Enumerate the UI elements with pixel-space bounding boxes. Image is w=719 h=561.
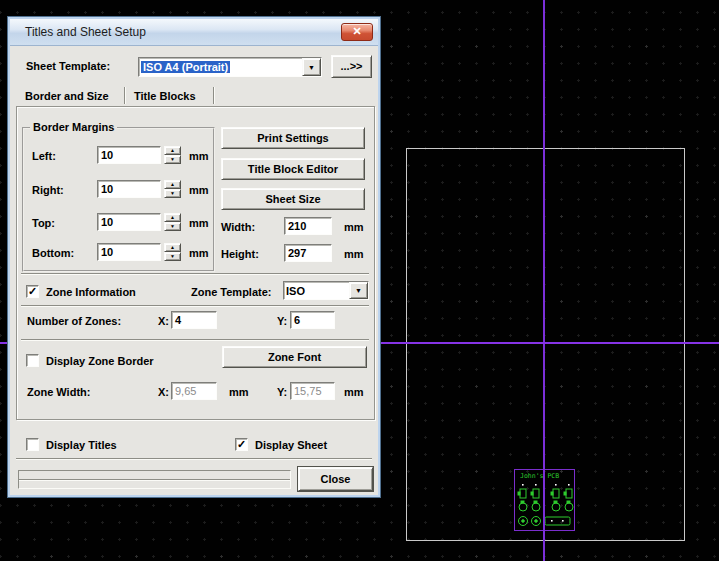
margin-right-label: Right: bbox=[32, 184, 64, 197]
pcb-board-label: John's PCB bbox=[520, 472, 559, 480]
arrow-down-icon: ▼ bbox=[170, 224, 175, 229]
check-icon: ✓ bbox=[237, 438, 246, 450]
margin-left-unit: mm bbox=[189, 150, 209, 163]
margin-left-spinner: ▲ ▼ bbox=[164, 146, 181, 164]
zone-width-x-unit: mm bbox=[229, 386, 249, 399]
sheet-template-value: ISO A4 (Portrait) bbox=[139, 58, 302, 76]
zone-template-combobox[interactable]: ISO ▼ bbox=[283, 281, 369, 300]
zone-width-x-input: 9,65 bbox=[171, 382, 217, 400]
zone-width-label: Zone Width: bbox=[27, 386, 90, 399]
height-input[interactable]: 297 bbox=[284, 244, 332, 262]
sheet-template-combobox[interactable]: ISO A4 (Portrait) ▼ bbox=[138, 57, 322, 77]
margin-bottom-input[interactable]: 10 bbox=[97, 243, 161, 261]
zones-y-label: Y: bbox=[277, 315, 287, 328]
arrow-up-icon: ▲ bbox=[170, 182, 175, 187]
zones-y-input[interactable]: 6 bbox=[290, 311, 335, 329]
margin-left-input[interactable]: 10 bbox=[97, 146, 161, 164]
height-label: Height: bbox=[221, 248, 259, 261]
margin-bottom-unit: mm bbox=[189, 247, 209, 260]
check-icon: ✓ bbox=[28, 285, 37, 297]
close-button[interactable]: ✕ bbox=[341, 23, 373, 41]
sheet-template-label: Sheet Template: bbox=[26, 60, 110, 73]
margin-top-label: Top: bbox=[32, 217, 55, 230]
title-block-editor-button[interactable]: Title Block Editor bbox=[221, 158, 365, 180]
pcb-components bbox=[518, 489, 573, 526]
separator bbox=[21, 339, 369, 341]
dialog-body: Sheet Template: ISO A4 (Portrait) ▼ ...>… bbox=[10, 46, 378, 494]
tab-divider bbox=[124, 87, 126, 104]
zone-template-value: ISO bbox=[284, 282, 349, 299]
print-settings-button[interactable]: Print Settings bbox=[221, 127, 365, 149]
margin-top-spinner: ▲ ▼ bbox=[164, 213, 181, 231]
zone-width-y-label: Y: bbox=[277, 386, 287, 399]
height-unit: mm bbox=[344, 248, 364, 261]
close-icon: ✕ bbox=[352, 25, 361, 37]
titles-sheet-setup-dialog: Titles and Sheet Setup ✕ Sheet Template:… bbox=[8, 17, 380, 497]
zones-x-input[interactable]: 4 bbox=[171, 311, 217, 329]
width-label: Width: bbox=[221, 221, 255, 234]
dialog-titlebar[interactable]: Titles and Sheet Setup ✕ bbox=[10, 19, 378, 46]
close-dialog-button[interactable]: Close bbox=[298, 467, 373, 491]
sheet-template-dropdown-button[interactable]: ▼ bbox=[302, 58, 321, 76]
arrow-up-icon: ▲ bbox=[170, 215, 175, 220]
arrow-down-icon: ▼ bbox=[170, 254, 175, 259]
status-strip-groove bbox=[19, 479, 290, 481]
arrow-down-icon: ▼ bbox=[170, 191, 175, 196]
tab-divider bbox=[213, 87, 215, 104]
zone-information-checkbox[interactable]: ✓ bbox=[26, 285, 39, 298]
arrow-up-icon: ▲ bbox=[170, 148, 175, 153]
zone-width-x-label: X: bbox=[158, 386, 169, 399]
spin-down-button[interactable]: ▼ bbox=[164, 222, 181, 231]
width-unit: mm bbox=[344, 221, 364, 234]
zone-information-label: Zone Information bbox=[46, 286, 136, 299]
margin-bottom-label: Bottom: bbox=[32, 247, 74, 260]
separator bbox=[16, 458, 372, 460]
margin-left-label: Left: bbox=[32, 150, 56, 163]
sheet-size-button[interactable]: Sheet Size bbox=[221, 188, 365, 210]
border-margins-group-title: Border Margins bbox=[30, 121, 117, 133]
crosshair-vertical-line bbox=[543, 0, 545, 561]
status-strip bbox=[18, 470, 291, 489]
zone-width-y-input: 15,75 bbox=[290, 382, 335, 400]
spin-down-button[interactable]: ▼ bbox=[164, 189, 181, 198]
zone-template-dropdown-button[interactable]: ▼ bbox=[349, 282, 368, 299]
display-sheet-checkbox[interactable]: ✓ bbox=[235, 438, 248, 451]
spin-up-button[interactable]: ▲ bbox=[164, 180, 181, 189]
margin-top-unit: mm bbox=[189, 217, 209, 230]
display-titles-label: Display Titles bbox=[46, 439, 117, 452]
zone-font-button[interactable]: Zone Font bbox=[222, 346, 367, 368]
margin-right-unit: mm bbox=[189, 184, 209, 197]
number-of-zones-label: Number of Zones: bbox=[27, 315, 121, 328]
display-sheet-label: Display Sheet bbox=[255, 439, 327, 452]
chevron-down-icon: ▼ bbox=[308, 64, 315, 71]
spin-up-button[interactable]: ▲ bbox=[164, 146, 181, 155]
spin-up-button[interactable]: ▲ bbox=[164, 213, 181, 222]
border-and-size-tab-page: Border Margins Left: 10 ▲ ▼ mm Right: 10… bbox=[16, 106, 375, 420]
spin-up-button[interactable]: ▲ bbox=[164, 243, 181, 252]
dialog-title: Titles and Sheet Setup bbox=[10, 25, 146, 39]
template-more-button[interactable]: ...>> bbox=[331, 55, 372, 78]
pcb-pads bbox=[522, 484, 570, 522]
separator bbox=[21, 273, 369, 275]
zones-x-label: X: bbox=[158, 315, 169, 328]
zone-width-y-unit: mm bbox=[344, 386, 364, 399]
tab-title-blocks[interactable]: Title Blocks bbox=[134, 89, 196, 103]
margin-bottom-spinner: ▲ ▼ bbox=[164, 243, 181, 261]
chevron-down-icon: ▼ bbox=[355, 287, 362, 294]
margin-right-spinner: ▲ ▼ bbox=[164, 180, 181, 198]
margin-right-input[interactable]: 10 bbox=[97, 180, 161, 198]
border-margins-group: Border Margins Left: 10 ▲ ▼ mm Right: 10… bbox=[22, 127, 215, 272]
width-input[interactable]: 210 bbox=[284, 217, 332, 235]
spin-down-button[interactable]: ▼ bbox=[164, 155, 181, 164]
display-zone-border-checkbox[interactable] bbox=[26, 354, 39, 367]
display-titles-checkbox[interactable] bbox=[26, 438, 39, 451]
arrow-up-icon: ▲ bbox=[170, 245, 175, 250]
display-zone-border-label: Display Zone Border bbox=[46, 355, 154, 368]
tab-border-and-size[interactable]: Border and Size bbox=[25, 89, 109, 103]
arrow-down-icon: ▼ bbox=[170, 157, 175, 162]
separator bbox=[21, 305, 369, 307]
pcb-editor-canvas[interactable]: John's PCB Titles and Sheet Setup bbox=[0, 0, 719, 561]
margin-top-input[interactable]: 10 bbox=[97, 213, 161, 231]
zone-template-label: Zone Template: bbox=[191, 286, 271, 299]
spin-down-button[interactable]: ▼ bbox=[164, 252, 181, 261]
